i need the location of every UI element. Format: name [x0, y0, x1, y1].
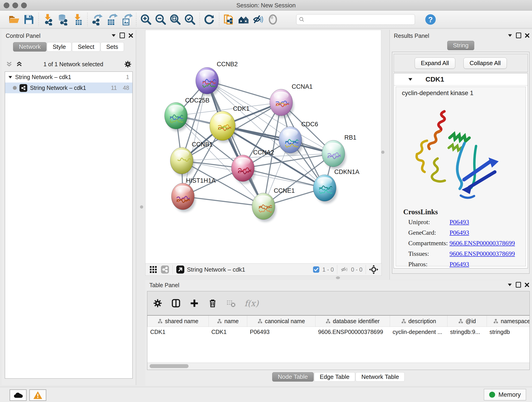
- hidden-counts: 0 - 0: [351, 266, 362, 273]
- network-node-RB1[interactable]: RB1: [322, 134, 356, 169]
- panel-menu-icon[interactable]: [508, 34, 512, 37]
- cell-canonical-name[interactable]: P06493: [247, 327, 316, 337]
- hide-selected-button[interactable]: [251, 12, 266, 27]
- column-header[interactable]: name: [209, 315, 247, 327]
- share-view-icon[interactable]: [161, 265, 169, 274]
- collapse-all-chevron-icon[interactable]: [6, 61, 13, 68]
- expand-up-chevron-icon[interactable]: [16, 61, 23, 68]
- zoom-out-button[interactable]: [153, 12, 168, 27]
- import-table-button[interactable]: [70, 12, 85, 27]
- window-titlebar: Session: New Session: [0, 0, 532, 11]
- panel-close-icon[interactable]: [525, 33, 530, 38]
- network-node-CCNB2[interactable]: CCNB2: [196, 61, 238, 96]
- crosslink-uniprot-link[interactable]: P06493: [450, 218, 469, 226]
- crosslink-tissues-link[interactable]: 9606.ENSP00000378699: [450, 250, 515, 257]
- crosslink-genecard-link[interactable]: P06493: [450, 229, 469, 236]
- collapse-all-button[interactable]: Collapse All: [463, 57, 507, 69]
- delete-table-icon[interactable]: [226, 298, 236, 308]
- zoom-in-button[interactable]: [139, 12, 153, 27]
- column-header[interactable]: namespace: [487, 315, 530, 327]
- right-splitter-handle[interactable]: [381, 151, 385, 154]
- network-node-CDKN1A[interactable]: CDKN1A: [313, 168, 360, 204]
- panel-float-icon[interactable]: [516, 282, 521, 288]
- cell-name[interactable]: CDK1: [209, 327, 247, 337]
- open-session-button[interactable]: [7, 12, 22, 27]
- network-canvas[interactable]: CCNB2CCNA1CDC25BCDK1CDC6RB1CCNB1CCNA2CDK…: [145, 30, 381, 264]
- network-node-CCNB1[interactable]: CCNB1: [170, 141, 213, 176]
- cell-id[interactable]: stringdb:9...: [447, 327, 487, 337]
- zoom-selected-button[interactable]: [183, 12, 197, 27]
- zoom-fit-button[interactable]: [168, 12, 183, 27]
- network-options-gear-icon[interactable]: [124, 60, 132, 68]
- function-builder-icon[interactable]: f(x): [244, 299, 259, 308]
- network-node-CDC25B[interactable]: CDC25B: [165, 97, 210, 131]
- tab-select[interactable]: Select: [72, 42, 100, 51]
- table-row[interactable]: CDK1 CDK1 P06493 9606.ENSP00000378699 cy…: [147, 327, 530, 337]
- share-network-icon: [45, 19, 52, 26]
- pan-crosshair-icon[interactable]: [369, 265, 378, 274]
- tab-network-table[interactable]: Network Table: [355, 372, 405, 382]
- horizontal-scrollbar[interactable]: [147, 363, 530, 370]
- network-node-CCNA1[interactable]: CCNA1: [270, 83, 313, 118]
- tab-edge-table[interactable]: Edge Table: [314, 372, 355, 382]
- first-neighbors-button[interactable]: [236, 12, 251, 27]
- scrollbar-thumb[interactable]: [150, 364, 189, 368]
- import-network-button[interactable]: [41, 12, 56, 27]
- apply-layout-button[interactable]: [202, 12, 217, 27]
- export-table-button[interactable]: [104, 12, 119, 27]
- create-column-plus-icon[interactable]: [190, 298, 199, 308]
- cell-namespace[interactable]: stringdb: [487, 327, 530, 337]
- selected-checkbox-icon[interactable]: [313, 266, 320, 273]
- table-options-gear-icon[interactable]: [153, 298, 162, 308]
- column-header[interactable]: description: [390, 315, 447, 327]
- entry-expander-icon[interactable]: [408, 78, 413, 81]
- cell-description[interactable]: cyclin-dependent ...: [390, 327, 447, 337]
- tab-network[interactable]: Network: [13, 42, 46, 51]
- import-network-from-database-button[interactable]: [56, 12, 70, 27]
- export-image-button[interactable]: [119, 12, 134, 27]
- expand-all-button[interactable]: Expand All: [415, 57, 455, 69]
- search-input[interactable]: [305, 16, 412, 23]
- export-network-button[interactable]: [90, 12, 104, 27]
- cell-database-identifier[interactable]: 9606.ENSP00000378699: [316, 327, 390, 337]
- birds-eye-grid-icon[interactable]: [149, 265, 157, 274]
- left-splitter-handle[interactable]: [140, 205, 143, 209]
- network-edge-CDK1-RB1[interactable]: [222, 126, 333, 153]
- column-header[interactable]: @id: [447, 315, 487, 327]
- memory-button[interactable]: Memory: [484, 389, 526, 400]
- cell-shared-name[interactable]: CDK1: [147, 327, 209, 337]
- tab-node-table[interactable]: Node Table: [272, 372, 314, 382]
- network-node-HIST1H1A[interactable]: HIST1H1A: [171, 177, 215, 212]
- network-row[interactable]: String Network – cdk1 11 48: [5, 83, 133, 93]
- column-header[interactable]: canonical name: [247, 315, 316, 327]
- network-node-CCNE1[interactable]: CCNE1: [252, 187, 295, 222]
- panel-float-icon[interactable]: [516, 32, 521, 38]
- show-all-button[interactable]: [266, 12, 280, 27]
- tree-expander-icon[interactable]: [8, 76, 12, 79]
- column-header[interactable]: database identifier: [316, 315, 390, 327]
- cloud-status-button[interactable]: [10, 389, 27, 401]
- panel-close-icon[interactable]: [525, 283, 529, 287]
- tab-string[interactable]: String: [447, 41, 474, 50]
- open-in-new-window-icon[interactable]: [176, 265, 185, 274]
- network-edge-CCNB2-CCNE1[interactable]: [207, 81, 264, 206]
- bottom-splitter-handle[interactable]: [336, 276, 340, 279]
- show-columns-icon[interactable]: [171, 298, 181, 308]
- column-header[interactable]: shared name: [147, 315, 209, 327]
- network-node-CDC6[interactable]: CDC6: [279, 121, 318, 155]
- column-tree-icon: [493, 319, 498, 324]
- panel-float-icon[interactable]: [120, 32, 125, 38]
- delete-column-trash-icon[interactable]: [208, 298, 217, 308]
- help-button[interactable]: ?: [423, 12, 438, 27]
- tab-style[interactable]: Style: [47, 42, 72, 51]
- warning-status-button[interactable]: [29, 389, 46, 401]
- crosslink-pharos-link[interactable]: P06493: [450, 261, 469, 268]
- crosslink-compartments-link[interactable]: 9606.ENSP00000378699: [450, 240, 515, 247]
- panel-close-icon[interactable]: [128, 33, 133, 38]
- panel-menu-icon[interactable]: [111, 34, 116, 37]
- network-collection-row[interactable]: String Network – cdk1 1: [5, 72, 133, 83]
- clone-network-button[interactable]: [222, 12, 236, 27]
- tab-sets[interactable]: Sets: [101, 42, 124, 51]
- panel-menu-icon[interactable]: [507, 283, 512, 287]
- save-session-button[interactable]: [22, 12, 36, 27]
